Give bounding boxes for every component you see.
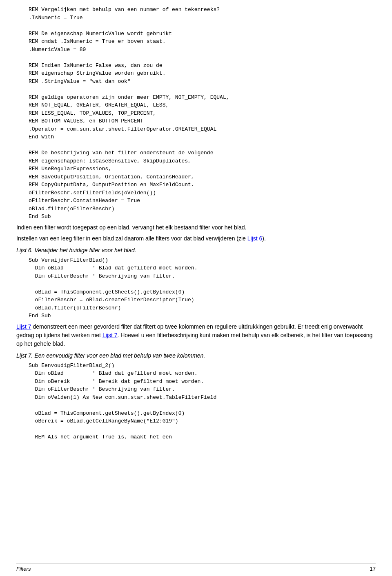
code-block-1: REM Vergelijken met behulp van een numme… <box>29 6 376 221</box>
code-block-2: Sub VerwijderFilterBlad() Dim oBlad ' Bl… <box>29 256 376 320</box>
code-block-3: Sub EenvoudigFilterBlad_2() Dim oBlad ' … <box>29 362 376 441</box>
prose-paragraph-3: Lijst 7 demonstreert een meer gevorderd … <box>16 322 376 348</box>
prose-paragraph-1: Indien een filter wordt toegepast op een… <box>16 223 376 232</box>
lijst-6-link[interactable]: Lijst 6 <box>247 235 263 242</box>
page-content: REM Vergelijken met behulp van een numme… <box>0 0 392 467</box>
list-heading-6: Lijst 6. Verwijder het huidige filter vo… <box>16 246 376 255</box>
lijst-7-link-2[interactable]: Lijst 7 <box>102 332 118 338</box>
prose-2-after: ). <box>262 235 266 242</box>
footer: Filters 17 <box>16 563 376 572</box>
lijst-7-link-1[interactable]: Lijst 7 <box>16 323 31 330</box>
prose-2-before: Instellen van een leeg filter in een bla… <box>16 235 247 242</box>
footer-left: Filters <box>16 566 31 572</box>
list-heading-7: Lijst 7. Een eenvoudig filter voor een b… <box>16 351 376 360</box>
footer-right: 17 <box>370 566 376 572</box>
prose-paragraph-2: Instellen van een leeg filter in een bla… <box>16 234 376 243</box>
